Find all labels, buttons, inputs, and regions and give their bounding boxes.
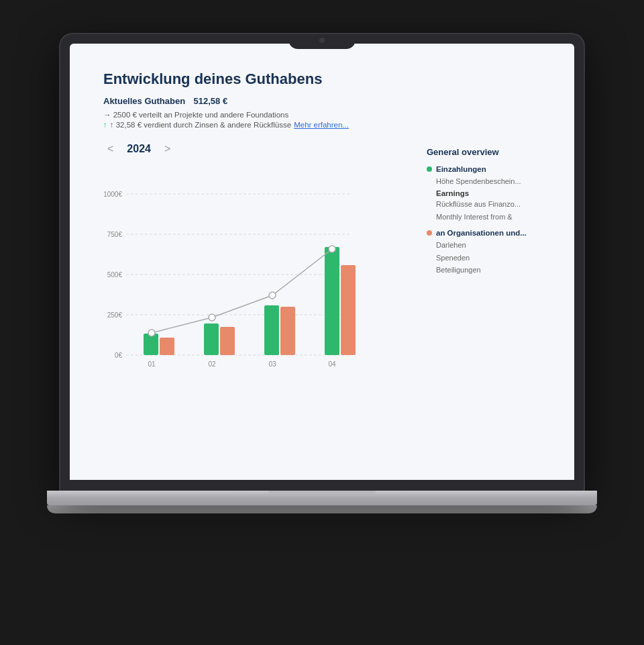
einzahlungen-item-1: Höhe Spendenbeschein... — [436, 176, 541, 187]
svg-text:01: 01 — [148, 360, 156, 368]
speneden-item: Speneden — [436, 252, 541, 264]
general-overview-sidebar: General overview Einzahlungen Höhe Spend… — [427, 142, 541, 460]
svg-text:0€: 0€ — [115, 352, 123, 359]
svg-rect-13 — [220, 327, 235, 355]
svg-point-20 — [269, 292, 276, 299]
dot-orange-icon — [427, 230, 432, 236]
mehr-link[interactable]: Mehr erfahren... — [294, 121, 349, 129]
balance-label: Aktuelles Guthaben — [103, 96, 185, 106]
svg-rect-15 — [280, 307, 295, 355]
ruckflusse-item: Rückflüsse aus Finanzo... — [436, 199, 541, 210]
svg-point-19 — [209, 314, 215, 321]
svg-rect-12 — [204, 324, 219, 355]
next-year-button[interactable]: > — [160, 142, 174, 156]
svg-text:1000€: 1000€ — [103, 191, 122, 198]
sidebar-category-organisationen: an Organisationen und... Darlehen Spened… — [427, 229, 541, 276]
prev-year-button[interactable]: < — [103, 142, 117, 156]
bar-chart: 0€ 250€ 500€ 750€ 1000€ — [103, 167, 358, 368]
sidebar-category-einzahlungen: Einzahlungen Höhe Spendenbeschein... Ear… — [427, 165, 541, 223]
dot-green-icon — [427, 166, 432, 172]
info-line-2: ↑ ↑ 32,58 € verdient durch Zinsen & ande… — [103, 121, 541, 129]
einzahlungen-label: Einzahlungen — [436, 165, 486, 173]
svg-text:750€: 750€ — [107, 231, 123, 238]
svg-point-18 — [148, 330, 155, 336]
organisationen-label: an Organisationen und... — [436, 229, 527, 237]
svg-rect-14 — [264, 305, 279, 355]
svg-point-21 — [329, 246, 335, 252]
up-arrow-icon: ↑ — [103, 121, 107, 129]
svg-text:02: 02 — [208, 360, 216, 368]
balance-amount: 512,58 € — [194, 96, 228, 106]
monthly-interest-item: Monthly Interest from & — [436, 211, 541, 223]
svg-rect-16 — [325, 247, 339, 355]
svg-text:04: 04 — [328, 360, 336, 368]
svg-text:03: 03 — [268, 360, 276, 368]
page-title: Entwicklung deines Guthabens — [103, 70, 541, 88]
svg-rect-17 — [341, 265, 356, 355]
sidebar-title: General overview — [427, 147, 541, 157]
svg-text:250€: 250€ — [107, 311, 123, 319]
darlehen-item: Darlehen — [436, 240, 541, 251]
svg-rect-10 — [144, 334, 158, 355]
earnings-sub-label: Earnings — [436, 189, 541, 197]
year-label: 2024 — [127, 143, 151, 155]
beteiligungen-item: Beteiligungen — [436, 264, 541, 276]
info-line-1: → 2500 € verteilt an Projekte und andere… — [103, 111, 541, 119]
svg-text:500€: 500€ — [107, 271, 123, 279]
svg-rect-11 — [160, 338, 174, 355]
